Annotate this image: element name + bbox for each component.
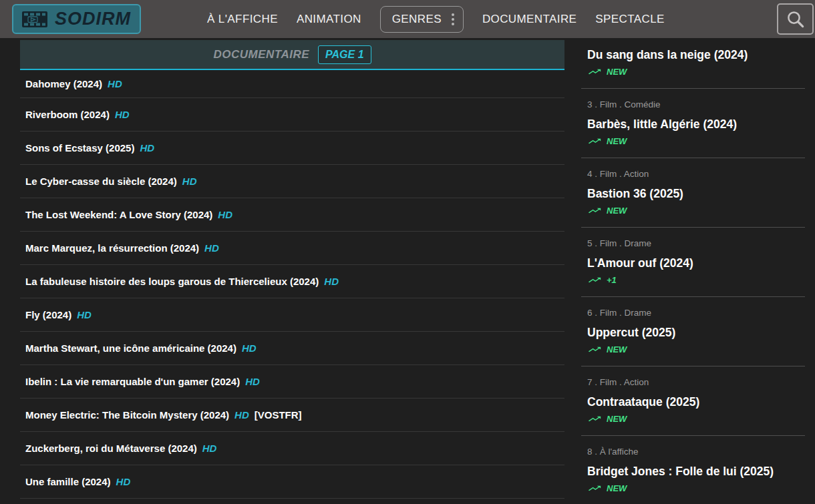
movie-title: Marc Marquez, la résurrection (2024) <box>25 242 199 254</box>
trending-item-title: Bastion 36 (2025) <box>587 186 805 201</box>
trend-badge: NEW <box>607 136 627 146</box>
nav-item-genres[interactable]: GENRES <box>380 6 464 33</box>
trending-up-icon <box>587 67 602 77</box>
header: SODIRM À L'AFFICHE ANIMATION GENRES DOCU… <box>0 0 815 38</box>
quality-badge: HD <box>218 209 232 220</box>
film-strip-icon <box>22 10 47 29</box>
quality-badge: HD <box>245 376 260 387</box>
quality-badge: HD <box>204 242 219 254</box>
trending-badge-row: NEW <box>587 136 805 146</box>
movie-list-item[interactable]: Money Electric: The Bitcoin Mystery (202… <box>20 399 564 432</box>
trending-item-meta: 4 . Film . Action <box>587 169 805 180</box>
nav-item-a-laffiche[interactable]: À L'AFFICHE <box>207 13 278 26</box>
trending-badge-row: NEW <box>587 66 805 77</box>
movie-list-item[interactable]: Dahomey (2024) HD <box>20 70 564 98</box>
movie-title: Riverboom (2024) <box>25 109 110 120</box>
movie-list-item[interactable]: Fly (2024) HD <box>20 298 564 332</box>
trending-up-icon <box>587 483 602 493</box>
trending-up-icon <box>587 344 602 354</box>
movie-list-item[interactable]: Martha Stewart, une icône américaine (20… <box>20 332 564 365</box>
quality-badge: HD <box>140 142 154 154</box>
movie-list-item[interactable]: Riverboom (2024) HD <box>20 98 564 132</box>
trending-item-meta: 6 . Film . Drame <box>587 308 805 318</box>
movie-title: Sons of Ecstasy (2025) <box>25 142 134 154</box>
trending-item[interactable]: 4 . Film . Action Bastion 36 (2025) NEW <box>581 158 805 228</box>
movie-list-item[interactable]: Marc Marquez, la résurrection (2024) HD <box>20 232 564 265</box>
trending-item[interactable]: 3 . Film . Comédie Barbès, little Algéri… <box>581 89 805 158</box>
trending-up-icon <box>587 206 602 216</box>
trending-badge-row: NEW <box>587 344 805 354</box>
quality-badge: HD <box>202 443 217 454</box>
movie-title: Dahomey (2024) <box>25 78 102 89</box>
movie-title: Ibelin : La vie remarquable d'un gamer (… <box>25 376 240 387</box>
trend-badge: NEW <box>607 483 627 493</box>
trending-sidebar: 2 . Film . Thriller Du sang dans la neig… <box>581 19 805 504</box>
movie-title: The Lost Weekend: A Love Story (2024) <box>25 209 212 220</box>
movie-title: Fly (2024) <box>25 309 71 320</box>
movie-list-item[interactable]: Ibelin : La vie remarquable d'un gamer (… <box>20 365 564 399</box>
trend-badge: NEW <box>607 414 627 424</box>
logo-button[interactable]: SODIRM <box>12 4 141 34</box>
trending-item[interactable]: 6 . Film . Drame Uppercut (2025) NEW <box>581 297 805 366</box>
movie-title: Le Cyber-casse du siècle (2024) <box>25 176 177 187</box>
movie-title: La fabuleuse histoire des loups garous d… <box>25 276 319 287</box>
vertical-ellipsis-icon <box>452 13 454 25</box>
trend-badge: +1 <box>607 275 617 285</box>
quality-badge: HD <box>115 109 130 120</box>
quality-badge: HD <box>324 276 339 287</box>
movie-title: Money Electric: The Bitcoin Mystery (202… <box>25 409 229 421</box>
movie-list-item[interactable]: Le Cyber-casse du siècle (2024) HD <box>20 165 564 198</box>
language-tag: [VOSTFR] <box>255 409 302 421</box>
trending-item-meta: 7 . Film . Action <box>587 377 805 388</box>
trending-badge-row: NEW <box>587 483 805 493</box>
movie-title: Une famille (2024) <box>25 476 111 487</box>
search-button[interactable] <box>777 3 814 35</box>
section-header: DOCUMENTAIRE PAGE 1 <box>20 40 564 70</box>
quality-badge: HD <box>116 476 131 487</box>
page-number-badge[interactable]: PAGE 1 <box>318 45 371 64</box>
movie-list-item[interactable]: Zuckerberg, roi du Métaverse (2024) HD <box>20 432 564 465</box>
quality-badge: HD <box>108 78 122 89</box>
quality-badge: HD <box>77 309 92 320</box>
trending-badge-row: NEW <box>587 205 805 216</box>
trending-badge-row: NEW <box>587 413 805 424</box>
movie-list-item[interactable]: Une famille (2024) HD <box>20 465 564 499</box>
trending-up-icon <box>587 414 602 424</box>
search-icon <box>786 9 806 29</box>
quality-badge: HD <box>234 409 249 421</box>
logo-text: SODIRM <box>55 9 131 29</box>
quality-badge: HD <box>242 342 257 354</box>
movie-title: Martha Stewart, une icône américaine (20… <box>25 342 236 354</box>
nav-item-spectacle[interactable]: SPECTACLE <box>595 13 664 26</box>
trending-item-title: Bridget Jones : Folle de lui (2025) <box>587 464 805 479</box>
trend-badge: NEW <box>607 344 627 354</box>
trending-up-icon <box>587 136 602 146</box>
trending-item-meta: 8 . À l'affiche <box>587 447 805 457</box>
quality-badge: HD <box>182 176 197 187</box>
trending-item[interactable]: 8 . À l'affiche Bridget Jones : Folle de… <box>581 436 805 504</box>
genres-label: GENRES <box>392 13 442 26</box>
trend-badge: NEW <box>607 206 627 216</box>
movie-list-item[interactable]: The Lost Weekend: A Love Story (2024) HD <box>20 198 564 232</box>
trending-badge-row: +1 <box>587 274 805 285</box>
trending-item-title: Contraataque (2025) <box>587 395 805 409</box>
trending-item-title: Barbès, little Algérie (2024) <box>587 117 805 132</box>
trending-item[interactable]: 7 . Film . Action Contraataque (2025) NE… <box>581 366 805 436</box>
trending-item-meta: 5 . Film . Drame <box>587 238 805 249</box>
trending-item-title: L'Amour ouf (2024) <box>587 256 805 270</box>
section-title: DOCUMENTAIRE <box>213 48 309 61</box>
trending-item[interactable]: 5 . Film . Drame L'Amour ouf (2024) +1 <box>581 228 805 297</box>
trending-up-icon <box>587 275 602 285</box>
nav-item-documentaire[interactable]: DOCUMENTAIRE <box>482 13 577 26</box>
nav-item-animation[interactable]: ANIMATION <box>297 13 361 26</box>
trending-item-title: Uppercut (2025) <box>587 325 805 340</box>
trending-item-meta: 3 . Film . Comédie <box>587 99 805 110</box>
main-nav: À L'AFFICHE ANIMATION GENRES DOCUMENTAIR… <box>207 0 665 38</box>
movie-list: Dahomey (2024) HD Riverboom (2024) HD So… <box>20 70 564 499</box>
movie-list-item[interactable]: Sons of Ecstasy (2025) HD <box>20 132 564 165</box>
page: 2 . Film . Thriller Du sang dans la neig… <box>0 0 815 504</box>
trend-badge: NEW <box>607 67 627 77</box>
trending-item-title: Du sang dans la neige (2024) <box>587 47 805 62</box>
movie-title: Zuckerberg, roi du Métaverse (2024) <box>25 443 197 454</box>
movie-list-item[interactable]: La fabuleuse histoire des loups garous d… <box>20 265 564 298</box>
